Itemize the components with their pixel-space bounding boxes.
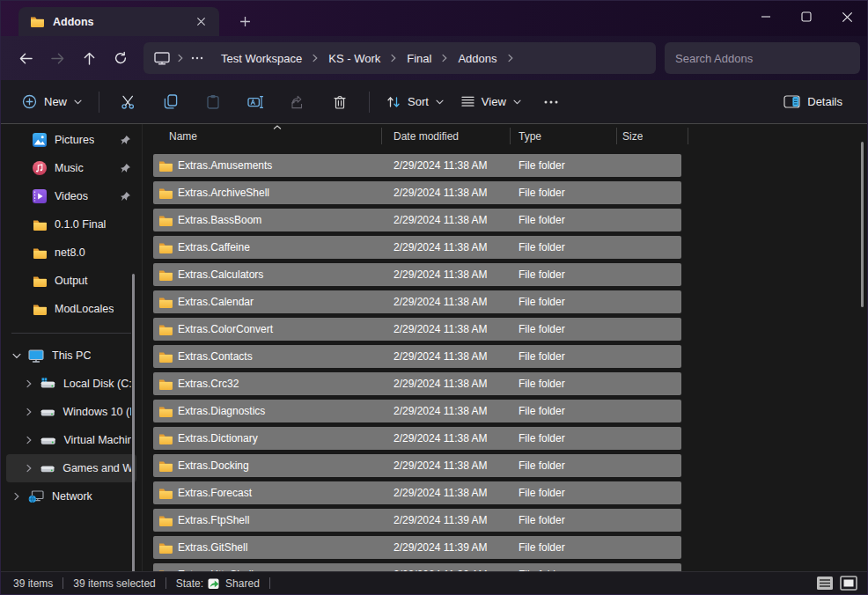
new-button[interactable]: New — [13, 88, 91, 115]
copy-button[interactable] — [153, 86, 188, 118]
file-name: Extras.Contacts — [178, 350, 394, 363]
folder-icon — [30, 16, 44, 27]
sidebar-item-local-disk-c[interactable]: Local Disk (C:) — [6, 370, 136, 398]
chevron-right-icon[interactable] — [24, 464, 33, 473]
file-row-selected[interactable]: Extras.Dictionary 2/29/2024 11:38 AM Fil… — [153, 427, 681, 450]
file-row-selected[interactable]: Extras.Calculators 2/29/2024 11:38 AM Fi… — [153, 263, 681, 286]
network-icon — [28, 490, 44, 503]
details-pane-button[interactable]: Details — [775, 89, 851, 114]
chevron-right-icon[interactable] — [11, 492, 21, 501]
this-pc-icon[interactable] — [154, 52, 170, 65]
column-header-type[interactable]: Type — [511, 124, 617, 149]
toolbar-divider — [369, 92, 370, 113]
navigation-sidebar: Pictures Music — [1, 124, 142, 571]
file-list-pane: Name Date modified Type Size Extras.Amus… — [142, 124, 867, 571]
search-input[interactable] — [675, 52, 850, 65]
view-button[interactable]: View — [452, 89, 530, 114]
file-name: Extras.Diagnostics — [178, 405, 394, 417]
drive-icon — [40, 462, 55, 474]
sidebar-scrollbar[interactable] — [132, 274, 135, 571]
sidebar-item-folder[interactable]: net8.0 — [6, 239, 136, 267]
explorer-tab[interactable]: Addons — [18, 7, 219, 36]
sidebar-item-network[interactable]: Network — [6, 482, 136, 511]
cut-button[interactable] — [111, 86, 146, 118]
file-list-scrollbar[interactable] — [861, 142, 864, 307]
sidebar-item-music[interactable]: Music — [6, 154, 136, 182]
sidebar-item-virtual-machines-drive[interactable]: Virtual Machin — [6, 426, 136, 454]
close-button[interactable] — [827, 1, 867, 33]
file-name: Extras.HttpShell — [178, 569, 394, 571]
folder-icon — [158, 242, 173, 253]
breadcrumb-segment-label[interactable]: Test Workspace — [219, 49, 304, 68]
sidebar-item-label: Network — [52, 490, 92, 503]
forward-button[interactable] — [41, 43, 73, 73]
breadcrumb-segment-label[interactable]: Addons — [456, 49, 498, 68]
breadcrumb-segment-label[interactable]: Final — [405, 49, 433, 68]
file-row-selected[interactable]: Extras.ColorConvert 2/29/2024 11:38 AM F… — [153, 318, 681, 341]
file-row-selected[interactable]: Extras.Contacts 2/29/2024 11:38 AM File … — [153, 345, 681, 368]
system-drive-icon — [40, 378, 55, 390]
sidebar-item-folder[interactable]: 0.1.0 Final — [6, 210, 136, 239]
file-name: Extras.FtpShell — [178, 514, 394, 526]
file-row-selected[interactable]: Extras.HttpShell 2/29/2024 11:39 AM File… — [153, 563, 681, 571]
file-date-modified: 2/29/2024 11:38 AM — [394, 459, 519, 472]
maximize-button[interactable] — [786, 1, 827, 33]
column-header-date-modified[interactable]: Date modified — [382, 124, 511, 149]
chevron-right-icon[interactable] — [508, 54, 513, 62]
file-row-selected[interactable]: Extras.FtpShell 2/29/2024 11:39 AM File … — [153, 509, 681, 532]
file-name: Extras.Docking — [178, 459, 394, 472]
file-row-selected[interactable]: Extras.Forecast 2/29/2024 11:38 AM File … — [153, 481, 681, 504]
column-header-name[interactable]: Name — [153, 124, 382, 149]
minimize-button[interactable] — [746, 1, 786, 33]
file-row-selected[interactable]: Extras.Caffeine 2/29/2024 11:38 AM File … — [153, 236, 681, 259]
folder-icon — [158, 488, 173, 499]
file-list: Extras.Amusements 2/29/2024 11:38 AM Fil… — [143, 149, 867, 571]
sidebar-item-videos[interactable]: Videos — [6, 182, 136, 210]
folder-icon — [158, 460, 173, 472]
back-button[interactable] — [10, 43, 41, 73]
large-icons-view-button[interactable] — [839, 575, 858, 591]
chevron-right-icon[interactable] — [313, 54, 318, 62]
file-date-modified: 2/29/2024 11:38 AM — [394, 187, 519, 199]
chevron-right-icon[interactable] — [24, 379, 33, 388]
share-button[interactable] — [280, 86, 315, 118]
file-row-selected[interactable]: Extras.Crc32 2/29/2024 11:38 AM File fol… — [153, 372, 681, 395]
sidebar-item-pictures[interactable]: Pictures — [6, 126, 136, 154]
paste-button[interactable] — [195, 86, 231, 118]
new-tab-button[interactable] — [233, 10, 256, 33]
sidebar-item-folder[interactable]: Output — [6, 267, 136, 295]
delete-button[interactable] — [322, 86, 357, 118]
file-row-selected[interactable]: Extras.Docking 2/29/2024 11:38 AM File f… — [153, 454, 681, 477]
sort-button[interactable]: Sort — [378, 89, 452, 115]
file-row-selected[interactable]: Extras.ArchiveShell 2/29/2024 11:38 AM F… — [153, 181, 681, 204]
breadcrumb-segment-label[interactable]: KS - Work — [327, 49, 382, 68]
sidebar-item-folder[interactable]: ModLocales — [6, 295, 136, 323]
sidebar-item-windows10-drive[interactable]: Windows 10 (D — [6, 398, 136, 426]
file-row-selected[interactable]: Extras.Diagnostics 2/29/2024 11:38 AM Fi… — [153, 400, 681, 422]
chevron-right-icon[interactable] — [178, 54, 183, 62]
music-icon — [33, 161, 47, 175]
details-view-button[interactable] — [815, 575, 835, 591]
column-header-size[interactable]: Size — [617, 124, 688, 149]
sidebar-item-this-pc[interactable]: This PC — [6, 342, 136, 370]
more-options-button[interactable] — [533, 86, 569, 118]
chevron-down-icon[interactable] — [11, 353, 21, 359]
refresh-button[interactable] — [105, 43, 136, 73]
chevron-right-icon[interactable] — [24, 408, 33, 416]
minimize-icon — [761, 11, 771, 22]
details-view-icon — [816, 576, 834, 591]
file-row-selected[interactable]: Extras.BassBoom 2/29/2024 11:38 AM File … — [153, 209, 681, 231]
file-row-selected[interactable]: Extras.Calendar 2/29/2024 11:38 AM File … — [153, 290, 681, 313]
breadcrumb-ellipsis-icon[interactable] — [191, 56, 203, 60]
chevron-right-icon[interactable] — [391, 54, 396, 62]
up-button[interactable] — [73, 43, 105, 73]
sidebar-item-games-drive[interactable]: Games and Wo — [6, 454, 136, 482]
tab-close-icon[interactable] — [191, 12, 210, 32]
chevron-down-icon — [74, 99, 82, 105]
file-row-selected[interactable]: Extras.GitShell 2/29/2024 11:39 AM File … — [153, 536, 681, 559]
file-row-selected[interactable]: Extras.Amusements 2/29/2024 11:38 AM Fil… — [153, 154, 681, 177]
chevron-right-icon[interactable] — [24, 436, 33, 444]
folder-icon — [33, 304, 47, 315]
chevron-right-icon[interactable] — [442, 54, 447, 62]
rename-button[interactable] — [238, 86, 273, 118]
